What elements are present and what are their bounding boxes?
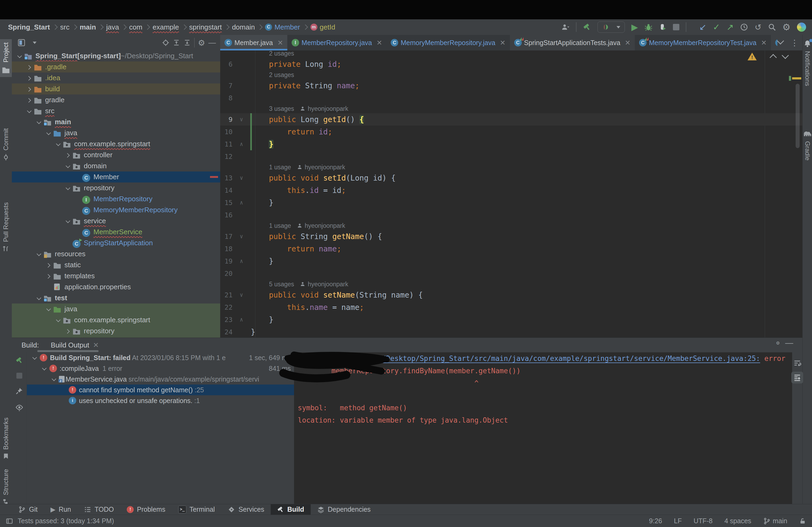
chevron-expanded-icon[interactable] [16, 52, 24, 60]
tree-item-java[interactable]: java [12, 127, 220, 138]
chevron-expanded-icon[interactable] [64, 162, 72, 170]
stripe-item-pull-requests[interactable]: Pull Requests [0, 199, 12, 255]
build-tree-item[interactable]: !cannot find symbol method getName() :25 [27, 385, 294, 395]
editor-tab-Member.java[interactable]: CMember.java✕ [220, 35, 287, 50]
toolwindow-button-git[interactable]: Git [12, 504, 44, 515]
collapse-all-button[interactable] [184, 39, 191, 46]
code-line-14[interactable]: 14 this.id = id; [220, 184, 802, 196]
chevron-expanded-icon[interactable] [64, 217, 72, 225]
code-line-24[interactable]: 24 } [220, 326, 802, 337]
toolwindow-button-services[interactable]: Services [221, 504, 271, 515]
tree-item-SpringStartApplication[interactable]: CSpringStartApplication [12, 238, 220, 249]
chevron-expanded-icon[interactable] [45, 129, 53, 137]
tab-list-chevron-icon[interactable] [777, 37, 784, 45]
toolwindow-button-dependencies[interactable]: Dependencies [311, 504, 377, 515]
coverage-button[interactable] [659, 23, 666, 31]
error-stripe-change-mark[interactable] [789, 76, 791, 81]
code-line-21[interactable]: 21 ∨ public void setName(String name) { [220, 289, 802, 301]
inlay-hint[interactable]: 5 usages hyeonjoonpark [220, 280, 802, 289]
fold-marker-icon[interactable]: ∧ [237, 258, 246, 264]
chevron-collapsed-icon[interactable] [45, 272, 53, 280]
breadcrumb-item-example[interactable]: example [153, 23, 179, 31]
history-button[interactable] [740, 23, 748, 31]
breadcrumb-item-domain[interactable]: domain [232, 23, 255, 31]
code-line-20[interactable]: 20 [220, 267, 802, 280]
stripe-item-gradle[interactable]: Gradle [802, 129, 812, 161]
chevron-collapsed-icon[interactable] [25, 96, 33, 104]
run-configuration-select[interactable] [597, 21, 625, 33]
profile-avatar[interactable] [797, 22, 806, 32]
close-icon[interactable]: ✕ [761, 39, 767, 47]
tree-item-repository[interactable]: repository [12, 326, 220, 336]
tree-item-MemoryMemberRepository[interactable]: CMemoryMemberRepository [12, 205, 220, 215]
git-push-button[interactable]: ↗ [727, 22, 734, 32]
stripe-item-notifications[interactable]: Notifications [802, 40, 812, 86]
code-line-10[interactable]: 10 return id; [220, 125, 802, 138]
editor-area[interactable]: 2 usages 6 private Long id;2 usages 7 pr… [220, 35, 802, 337]
build-tree-item[interactable]: iuses unchecked or unsafe operations. :1 [27, 395, 294, 406]
editor-tab-MemoryMemberRepositoryTest.java[interactable]: CMemoryMemberRepositoryTest.java✕ [635, 35, 771, 50]
chevron-collapsed-icon[interactable] [25, 74, 33, 82]
tree-item-com.example.springstart[interactable]: com.example.springstart [12, 138, 220, 149]
tree-item-MemberRepository[interactable]: IMemberRepository [12, 194, 220, 205]
tree-item-Spring_Start[interactable]: Spring_Start [spring-start] ~/Desktop/Sp… [12, 50, 220, 61]
status-item[interactable]: UTF-8 [694, 517, 713, 525]
scroll-to-end-button[interactable] [791, 372, 803, 383]
tab-options-kebab-icon[interactable]: ⋮ [791, 38, 799, 47]
chevron-collapsed-icon[interactable] [25, 85, 33, 93]
close-icon[interactable]: ✕ [376, 39, 382, 47]
chevron-expanded-icon[interactable] [54, 140, 62, 148]
chevron-expanded-icon[interactable] [35, 294, 43, 302]
run-button[interactable]: ▶ [631, 22, 638, 32]
tree-item-com.example.springstart[interactable]: com.example.springstart [12, 315, 220, 326]
editor-scrollbar[interactable] [796, 84, 800, 148]
chevron-expanded-icon[interactable] [40, 364, 48, 373]
editor-tab-Member[interactable]: CMember [771, 35, 777, 50]
stripe-item-project[interactable]: Project [0, 39, 12, 77]
hide-panel-icon[interactable]: — [785, 338, 793, 347]
panel-settings-button[interactable]: ⚙ [198, 38, 205, 47]
lock-widget[interactable] [799, 517, 806, 525]
git-commit-button[interactable]: ✓ [713, 22, 720, 32]
status-message[interactable]: Tests passed: 3 (today 1:34 PM) [18, 517, 114, 525]
breadcrumb-item-com[interactable]: com [129, 23, 142, 31]
chevron-expanded-icon[interactable] [35, 118, 43, 126]
tree-item-resources[interactable]: resources [12, 249, 220, 259]
warning-triangle-icon[interactable]: ! [748, 52, 757, 60]
tree-item-main[interactable]: main [12, 117, 220, 127]
window-layout-icon[interactable] [6, 517, 13, 525]
status-item[interactable]: 9:26 [649, 517, 662, 525]
build-tree-item[interactable]: !Build Spring_Start: failed At 2023/01/0… [27, 352, 294, 363]
inlay-hint[interactable]: 1 usage hyeonjoonpark [220, 221, 802, 230]
chevron-expanded-icon[interactable] [50, 375, 58, 383]
user-menu[interactable] [561, 23, 569, 31]
chevron-expanded-icon[interactable] [64, 184, 72, 192]
tree-item-build[interactable]: build [12, 84, 220, 94]
code-line-8[interactable]: 8 [220, 92, 802, 104]
code-line-23[interactable]: 23 ∧ } [220, 313, 802, 326]
build-tree-item[interactable]: JMemberService.java src/main/java/com/ex… [27, 374, 294, 385]
chevron-collapsed-icon[interactable] [45, 261, 53, 269]
git-update-button[interactable]: ↙ [699, 22, 707, 32]
chevron-expanded-icon[interactable] [54, 316, 62, 324]
gear-icon[interactable]: ⚙ [776, 341, 780, 346]
breadcrumb-item-Member[interactable]: CMember [265, 23, 300, 31]
toolwindow-button-todo[interactable]: TODO [77, 504, 120, 515]
next-warning-icon[interactable] [782, 52, 789, 59]
toolwindow-button-build[interactable]: Build [271, 504, 311, 515]
inlay-hint[interactable]: 2 usages [220, 70, 802, 79]
rollback-button[interactable]: ↺ [755, 22, 761, 32]
chevron-expanded-icon[interactable] [31, 353, 39, 362]
stop-build-button[interactable] [16, 373, 22, 379]
code-line-18[interactable]: 18 return name; [220, 243, 802, 255]
fold-marker-icon[interactable]: ∧ [237, 316, 246, 323]
soft-wrap-button[interactable] [791, 357, 803, 369]
breadcrumb-item-springstart[interactable]: springstart [189, 23, 222, 31]
close-icon[interactable]: ✕ [625, 39, 630, 47]
build-tree-item[interactable]: !:compileJava 1 error 841 ms [27, 363, 294, 374]
code-line-11[interactable]: 11 ∧ } [220, 138, 802, 150]
fold-marker-icon[interactable]: ∨ [237, 233, 246, 240]
rerun-build-button[interactable] [16, 357, 23, 364]
toolwindow-button-terminal[interactable]: >_Terminal [172, 504, 221, 515]
breadcrumb-item-main[interactable]: main [80, 23, 96, 31]
